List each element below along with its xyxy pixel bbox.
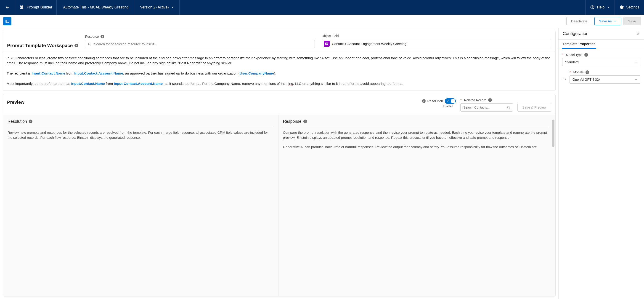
svg-rect-3 [6, 20, 7, 23]
chevron-down-icon [171, 6, 174, 9]
merge-field[interactable]: Input:Contact.Account.Name [74, 71, 123, 75]
back-button[interactable] [0, 0, 15, 15]
save-as-label: Save As [599, 19, 612, 23]
info-icon[interactable]: i [586, 70, 589, 74]
butterfly-icon [20, 5, 24, 10]
app-identity: Prompt Builder [15, 0, 57, 15]
info-icon[interactable]: i [488, 98, 492, 102]
model-type-label: Model Type [566, 53, 582, 57]
gear-icon [619, 5, 624, 10]
close-button[interactable] [636, 32, 640, 36]
prompt-paragraph: The recipient is Input:Contact.Name from… [7, 71, 552, 76]
version-selector[interactable]: Version 2 (Active) [135, 0, 179, 15]
response-heading: Response [283, 119, 302, 124]
resolution-toggle[interactable] [445, 98, 456, 104]
save-as-button[interactable]: Save As [594, 17, 621, 25]
info-icon[interactable]: i [29, 120, 32, 123]
prompt-paragraph: Most importantly: do not refer to them a… [7, 81, 552, 86]
object-field-value: Contact > Account Engagement Weekly Gree… [332, 42, 406, 46]
required-indicator: * [460, 98, 462, 102]
model-type-value: Standard [565, 60, 579, 64]
svg-point-9 [508, 106, 510, 108]
save-and-preview-button: Save & Preview [518, 103, 551, 112]
object-field-label: Object Field [322, 34, 339, 38]
close-icon [636, 32, 640, 36]
preview-title: Preview [7, 98, 418, 105]
resource-search-input[interactable] [85, 40, 314, 48]
chevron-down-icon [607, 6, 610, 9]
settings-label: Settings [626, 5, 640, 9]
merge-field[interactable]: Input:Contact.Account.Name [114, 82, 163, 86]
save-button: Save [624, 17, 641, 25]
info-icon[interactable]: i [74, 44, 78, 47]
prompt-paragraph: In 200 characters or less, create two or… [7, 56, 552, 66]
response-body: Generative AI can produce inaccurate or … [283, 144, 549, 150]
resolution-panel: Resolutioni Review how prompts and resou… [3, 115, 278, 296]
contact-icon [324, 41, 330, 47]
required-indicator: * [570, 70, 571, 74]
svg-point-6 [326, 43, 326, 44]
merge-field[interactable]: Input:Contact.Name [32, 71, 65, 75]
search-icon [507, 106, 510, 109]
record-title: Automate This - MCAE Weekly Greeting [57, 0, 135, 15]
info-icon[interactable]: i [304, 120, 307, 123]
help-menu[interactable]: Help [585, 0, 614, 15]
models-select[interactable]: OpenAI GPT 4 32k [570, 75, 640, 84]
check-icon [446, 99, 449, 102]
tab-template-properties[interactable]: Template Properties [562, 40, 596, 49]
resolution-heading: Resolution [8, 119, 27, 124]
configuration-sidebar: Configuration Template Properties * Mode… [558, 28, 644, 299]
required-indicator: * [562, 53, 563, 57]
preview-card: Preview i Resolution Enabled * Related R… [3, 94, 556, 296]
object-field-pill[interactable]: Contact > Account Engagement Weekly Gree… [322, 39, 551, 48]
panel-toggle-button[interactable] [3, 17, 12, 25]
spellcheck-marker: inc [288, 82, 293, 86]
triangle-down-icon [635, 61, 637, 64]
resource-label: Resource [85, 35, 99, 38]
related-record-input[interactable] [460, 103, 513, 112]
app-header: Prompt Builder Automate This - MCAE Week… [0, 0, 644, 15]
triangle-down-icon [614, 20, 616, 23]
indent-arrow-icon [562, 77, 567, 84]
panel-icon [5, 19, 9, 23]
models-value: OpenAI GPT 4 32k [572, 78, 600, 81]
merge-field[interactable]: Input:Contact.Name [71, 82, 105, 86]
help-icon [590, 5, 595, 10]
prompt-editor[interactable]: In 200 characters or less, create two or… [3, 52, 555, 91]
workspace-title: Prompt Template Workspace [7, 43, 73, 48]
info-icon[interactable]: i [100, 35, 104, 38]
settings-menu[interactable]: Settings [614, 0, 644, 15]
version-label: Version 2 (Active) [140, 5, 168, 9]
model-type-select[interactable]: Standard [562, 58, 640, 66]
workspace-card: Prompt Template Workspace i Resource i [3, 31, 556, 91]
svg-point-4 [88, 43, 90, 45]
search-icon [88, 42, 92, 46]
info-icon[interactable]: i [422, 99, 426, 103]
response-panel: Responsei Compare the prompt resolution … [278, 115, 556, 296]
scrollbar-thumb[interactable] [552, 120, 554, 147]
resolution-body: Review how prompts and resources for the… [8, 130, 274, 140]
triangle-down-icon [635, 78, 637, 81]
config-title: Configuration [563, 31, 588, 36]
toolbar: Deactivate Save As Save [0, 15, 644, 28]
app-name: Prompt Builder [27, 5, 52, 10]
arrow-left-icon [5, 5, 10, 10]
svg-point-1 [592, 8, 592, 9]
svg-rect-7 [327, 43, 328, 43]
help-label: Help [597, 5, 604, 9]
info-icon[interactable]: i [584, 53, 588, 57]
toggle-state-label: Enabled [443, 105, 453, 108]
resolution-toggle-label: Resolution [428, 99, 443, 103]
deactivate-button[interactable]: Deactivate [566, 17, 592, 25]
response-body: Compare the prompt resolution with the g… [283, 130, 549, 140]
models-label: Models [573, 70, 584, 74]
related-record-label: Related Record [464, 98, 486, 102]
merge-field[interactable]: User.CompanyName [240, 71, 274, 75]
